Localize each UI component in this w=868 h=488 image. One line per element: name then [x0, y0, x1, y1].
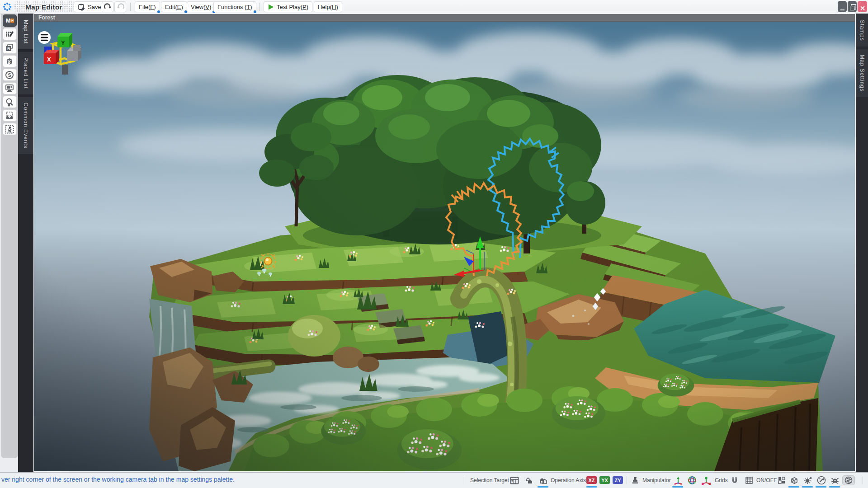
toolbar-separator: [259, 3, 259, 11]
vignette-corner: [34, 22, 855, 471]
light-icon: [803, 476, 812, 485]
save-button[interactable]: Save: [74, 1, 105, 12]
minimize-button[interactable]: [838, 1, 847, 12]
database-icon[interactable]: D: [3, 55, 17, 67]
hamburger-icon: [41, 34, 48, 41]
minimize-icon: [840, 9, 844, 10]
tab-stamps[interactable]: Stamps: [856, 14, 868, 47]
toggle-layout-button[interactable]: [776, 475, 788, 485]
test-play-button[interactable]: Test Play(P): [264, 1, 312, 12]
save-icon: [78, 3, 85, 11]
restore-button[interactable]: [848, 1, 857, 12]
undo-icon: [104, 3, 112, 10]
tab-map-settings[interactable]: Map Settings: [856, 49, 868, 97]
tool-icon-strip: M R: [1, 14, 18, 458]
enemy-icon: [830, 476, 840, 485]
menu-functions[interactable]: Functions (T): [213, 1, 256, 12]
rotate-icon: [688, 476, 697, 485]
active-underline: [816, 486, 826, 488]
active-underline: [586, 486, 597, 488]
house-icon: [538, 477, 547, 484]
active-underline: [802, 486, 813, 488]
status-separator: [627, 476, 627, 484]
grids-label: Grids: [715, 477, 728, 483]
scale-icon: [701, 476, 711, 485]
manipulator-rotate-button[interactable]: [686, 475, 698, 485]
active-underline: [538, 486, 548, 488]
close-icon: [860, 6, 865, 10]
manipulator-scale-button[interactable]: [700, 475, 712, 485]
checker-icon: [778, 476, 786, 484]
axis-zy-button[interactable]: ZY: [613, 476, 623, 484]
axis-xz-button[interactable]: XZ: [586, 476, 597, 484]
menu-view[interactable]: View(V): [187, 1, 215, 12]
stamp-edit-icon[interactable]: [3, 28, 17, 40]
svg-text:Y: Y: [61, 39, 65, 46]
left-panel-tabs: Map List Placed List Common Events: [18, 14, 33, 472]
stamp-mode-icon: [631, 476, 640, 484]
toggle-enemy-button[interactable]: [829, 475, 841, 485]
event-icon[interactable]: [3, 123, 17, 135]
tab-map-list[interactable]: Map List: [18, 14, 33, 49]
sound-icon[interactable]: S: [3, 69, 17, 81]
display-icon[interactable]: [3, 82, 17, 94]
tab-common-events[interactable]: Common Events: [18, 97, 33, 154]
effect-icon: [817, 476, 826, 485]
viewport-menu-button[interactable]: [38, 31, 51, 44]
search-icon[interactable]: [3, 96, 17, 108]
svg-text:X: X: [47, 56, 51, 63]
status-separator: [863, 476, 863, 484]
page-title: Map Editor: [25, 3, 62, 11]
svg-text:R: R: [7, 47, 10, 51]
map-editor-window: Map Editor Save File(F): [0, 0, 868, 488]
stamp-mode-button[interactable]: [629, 475, 641, 485]
toggle-effects-button[interactable]: [816, 475, 827, 485]
tab-placed-list[interactable]: Placed List: [18, 52, 33, 94]
menu-notification-dot: [254, 10, 256, 13]
selection-target-label: Selection Target: [470, 477, 509, 483]
axis-yx-button[interactable]: YX: [599, 476, 610, 484]
resource-icon[interactable]: R: [3, 42, 17, 54]
map-viewport-canvas[interactable]: Z Y X: [34, 22, 855, 471]
selection-target-map-button[interactable]: [509, 475, 520, 485]
save-label: Save: [88, 4, 101, 10]
close-button[interactable]: [858, 1, 867, 12]
menu-edit[interactable]: Edit(E): [161, 1, 187, 12]
svg-text:M: M: [6, 18, 10, 24]
manipulator-label: Manipulator: [642, 477, 671, 483]
manipulator-move-button[interactable]: [672, 475, 684, 485]
house-icon: [524, 477, 533, 484]
app-logo-icon: [3, 2, 12, 11]
toolbar-separator: [130, 3, 131, 11]
map-tab-label: Forest: [38, 14, 55, 21]
selection-target-object-button[interactable]: [537, 475, 549, 485]
operation-axis-label: Operation Axis: [551, 477, 586, 483]
menu-file[interactable]: File(F): [135, 1, 160, 12]
svg-text:D: D: [8, 61, 11, 65]
move-icon: [673, 476, 683, 485]
import-icon[interactable]: [3, 109, 17, 122]
map-tab-bar[interactable]: Forest: [34, 14, 855, 22]
working-camera-button[interactable]: [842, 475, 855, 485]
toggle-lighting-button[interactable]: [802, 475, 814, 485]
magnet-icon: [731, 476, 739, 484]
restore-icon: [850, 6, 854, 10]
fog-box-icon: [790, 476, 799, 484]
active-underline: [672, 486, 683, 488]
status-message: ver right corner of the screen or the wo…: [1, 476, 235, 483]
status-separator: [465, 476, 465, 484]
grid-display-button[interactable]: [743, 475, 755, 485]
undo-button[interactable]: [102, 1, 113, 12]
selection-grid-icon: [510, 477, 519, 484]
active-underline: [788, 486, 799, 488]
menu-help[interactable]: Help(H): [314, 1, 342, 12]
toggle-fog-button[interactable]: [788, 475, 800, 485]
onoff-label: ON/OFF: [756, 477, 777, 483]
selection-target-terrain-button[interactable]: [523, 475, 535, 485]
shutter-icon: [844, 476, 853, 484]
grid-icon: [745, 476, 753, 484]
map-mode-icon[interactable]: M: [3, 14, 17, 27]
redo-button[interactable]: [114, 1, 126, 12]
map-viewport[interactable]: Forest: [33, 14, 855, 472]
grid-snap-button[interactable]: [729, 475, 741, 485]
